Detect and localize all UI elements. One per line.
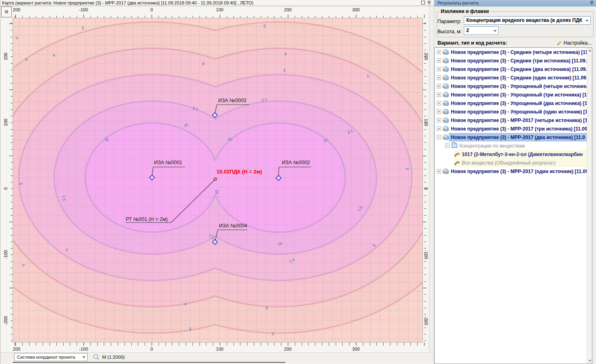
expand-icon[interactable]: + bbox=[437, 84, 441, 88]
label-iza-0003: ИЗА №0003 bbox=[218, 98, 247, 103]
pin-icon[interactable] bbox=[590, 1, 594, 5]
tree-item[interactable]: + Новое предприятие (3) - Средние (четыр… bbox=[435, 48, 587, 56]
ruler-top-ticks bbox=[13, 15, 429, 18]
magnifier-icon[interactable] bbox=[92, 353, 100, 361]
scroll-up-icon[interactable] bbox=[588, 49, 592, 51]
ruler-bottom-label: 300 bbox=[352, 347, 360, 351]
param-dropdown[interactable]: Концентрация вредного вещества (в долях … bbox=[464, 16, 591, 25]
map-grid bbox=[13, 18, 423, 343]
ruler-bottom-label: 200 bbox=[13, 347, 20, 351]
map-window: Карта (вариант расчета: Новое предприяти… bbox=[0, 0, 434, 364]
label-iza-0002: ИЗА №0002 bbox=[282, 160, 310, 165]
isolines-result-icon bbox=[454, 152, 460, 157]
tree-item[interactable]: + Новое предприятие (3) - МРР-2017 (четы… bbox=[435, 116, 587, 124]
ruler-top-label: 300 bbox=[352, 7, 360, 12]
ruler-unit-box: М bbox=[1, 6, 12, 17]
tree-item[interactable]: + Новое предприятие (3) - Средние (три и… bbox=[435, 56, 587, 65]
expand-icon[interactable]: + bbox=[437, 169, 441, 173]
variant-icon bbox=[443, 118, 449, 123]
tree-item[interactable]: + Новое предприятие (3) - Средние (два и… bbox=[435, 65, 587, 73]
contour-value-label: 3 bbox=[82, 26, 84, 30]
tree-item-label: Новое предприятие (3) - Средние (два ист… bbox=[451, 66, 587, 72]
variant-icon bbox=[443, 92, 449, 97]
tree-substance-item[interactable]: 1017 (2-Метилбут-3-ен-2-ол (Диметилвинил… bbox=[435, 150, 587, 158]
label-calc-point: РТ №001 (Н = 2м) bbox=[126, 216, 168, 222]
chevron-down-icon bbox=[82, 356, 86, 358]
coord-system-combobox[interactable]: Система координат проекта bbox=[14, 353, 88, 361]
map-canvas[interactable]: 3333334444445555557.57.57.57.57.57.57.51… bbox=[13, 18, 423, 343]
ruler-right: 200 100 0 -100 -200 bbox=[423, 18, 429, 343]
tree-item-label: Новое предприятие (3) - Упрощенный (два … bbox=[451, 101, 587, 106]
label-iza-0004: ИЗА №0004 bbox=[219, 223, 247, 229]
contour-value-label: 4 bbox=[202, 61, 205, 66]
collapse-icon[interactable]: − bbox=[445, 143, 450, 148]
scroll-down-icon[interactable] bbox=[588, 360, 592, 362]
tree-item-label: Новое предприятие (3) - Упрощенный (один… bbox=[451, 109, 587, 115]
tree-scrollbar[interactable] bbox=[587, 48, 592, 364]
contour-value-label: 3 bbox=[272, 332, 274, 336]
tree-item[interactable]: + Новое предприятие (3) - Средние (один … bbox=[435, 73, 587, 82]
tree-item-label: Новое предприятие (3) - Упрощенный (три … bbox=[451, 92, 587, 98]
tree-child-concentrations[interactable]: − Концентрации по веществам bbox=[435, 141, 587, 150]
tree-item-label: Новое предприятие (3) - МРР-2017 (четыре… bbox=[451, 118, 587, 123]
ruler-bottom-label: -100 bbox=[79, 347, 88, 351]
ruler-right-label: 100 bbox=[424, 119, 429, 126]
expand-icon[interactable]: + bbox=[437, 75, 441, 80]
statusbar-divider bbox=[90, 353, 90, 361]
restore-window-icon[interactable] bbox=[421, 1, 425, 4]
ruler-left-label: -200 bbox=[3, 316, 8, 325]
map-window-title: Карта (вариант расчета: Новое предприяти… bbox=[2, 0, 253, 5]
variant-icon bbox=[443, 75, 449, 80]
expand-icon[interactable]: + bbox=[437, 109, 441, 114]
variant-icon bbox=[443, 109, 449, 114]
pin-icon[interactable] bbox=[427, 1, 431, 5]
map-window-titlebar[interactable]: Карта (вариант расчета: Новое предприяти… bbox=[0, 0, 434, 6]
ruler-right-label: 0 bbox=[424, 187, 429, 190]
results-panel: Результаты расчета Изолинии и флажки Пар… bbox=[434, 0, 596, 364]
expand-icon[interactable]: + bbox=[437, 67, 441, 71]
tree-item[interactable]: + Новое предприятие (3) - Упрощенный (од… bbox=[435, 107, 587, 116]
ruler-bottom-label: 100 bbox=[216, 347, 223, 351]
height-dropdown[interactable]: 2 bbox=[464, 26, 499, 35]
collapse-icon[interactable]: − bbox=[437, 135, 441, 139]
results-panel-title: Результаты расчета bbox=[437, 0, 478, 5]
expand-icon[interactable]: + bbox=[437, 92, 441, 97]
variant-icon bbox=[443, 135, 449, 140]
tree-item-label: Все вещества (Объединённый результат) bbox=[462, 160, 556, 166]
expand-icon[interactable]: + bbox=[437, 58, 441, 63]
variants-tree: + Новое предприятие (3) - Средние (четыр… bbox=[434, 47, 592, 364]
ruler-left-ticks bbox=[9, 18, 13, 343]
tree-item[interactable]: + Новое предприятие (3) - Упрощенный (че… bbox=[435, 82, 587, 90]
tree-item[interactable]: + Новое предприятие (3) - МРР-2017 (три … bbox=[435, 124, 587, 133]
tree-item-selected[interactable]: − Новое предприятие (3) - МРР-2017 (два … bbox=[435, 133, 587, 141]
tree-item[interactable]: + Новое предприятие (3) - Упрощенный (дв… bbox=[435, 99, 587, 107]
tree-item-label: Концентрации по веществам bbox=[459, 143, 525, 149]
tree-item[interactable]: + Новое предприятие (3) - Упрощенный (тр… bbox=[435, 90, 587, 99]
settings-link[interactable]: Настройка... bbox=[557, 40, 592, 46]
contour-value-label: 4 bbox=[265, 306, 268, 310]
ruler-left-label: 0 bbox=[3, 187, 8, 190]
ruler-left-label: 200 bbox=[3, 53, 8, 60]
label-iza-0001: ИЗА №0001 bbox=[154, 160, 182, 165]
expand-icon[interactable]: + bbox=[437, 118, 441, 122]
tree-item[interactable]: + Новое предприятие (3) - МРР-2017 (один… bbox=[435, 167, 587, 176]
contour-value-label: 3 bbox=[189, 327, 191, 332]
variant-icon bbox=[443, 49, 449, 55]
ruler-top-label: 100 bbox=[216, 7, 223, 12]
tree-substance-item[interactable]: Все вещества (Объединённый результат) bbox=[435, 158, 587, 167]
isolines-result-icon bbox=[454, 160, 460, 165]
ruler-right-label: -100 bbox=[424, 250, 429, 259]
expand-icon[interactable]: + bbox=[437, 50, 441, 54]
ruler-bottom-ticks bbox=[13, 343, 429, 346]
contour-value-label: 10 bbox=[214, 190, 219, 194]
results-panel-header[interactable]: Результаты расчета bbox=[434, 0, 596, 6]
height-value: 2 bbox=[466, 28, 469, 33]
variants-label: Вариант, тип и код расчета: bbox=[437, 40, 507, 46]
expand-icon[interactable]: + bbox=[437, 101, 441, 105]
tree-item-label: Новое предприятие (3) - МРР-2017 (три ис… bbox=[451, 126, 587, 132]
statusbar: Система координат проекта М (1:2000) bbox=[0, 352, 434, 362]
expand-icon[interactable]: + bbox=[437, 126, 441, 131]
variant-icon bbox=[443, 101, 449, 106]
chevron-down-icon bbox=[493, 30, 497, 32]
isolines-group-title: Изолинии и флажки bbox=[439, 9, 491, 14]
